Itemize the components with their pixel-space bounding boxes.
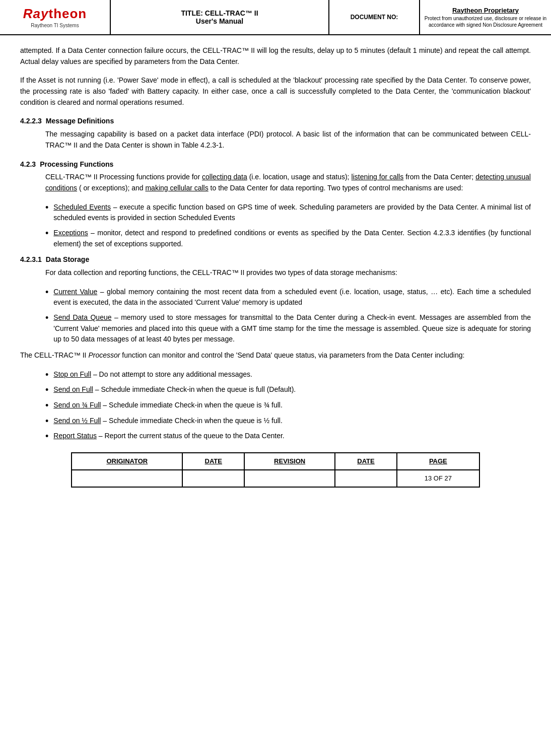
footer-date2-header: DATE: [335, 453, 397, 470]
title-line2: User's Manual: [196, 17, 243, 25]
bullet-send-on-full: • Send on Full – Schedule immediate Chec…: [45, 384, 531, 396]
docno-label: DOCUMENT NO:: [351, 14, 398, 21]
exceptions-desc: – monitor, detect and respond to predefi…: [53, 229, 531, 248]
report-status-term: Report Status: [53, 432, 97, 440]
bullet-dot-8: •: [45, 416, 48, 427]
document-title: TITLE: CELL-TRAC™ II User's Manual: [181, 9, 258, 25]
proprietary-title: Raytheon Proprietary: [452, 7, 519, 14]
bullet-send-on-half-full-text: Send on ½ Full – Schedule immediate Chec…: [53, 416, 531, 427]
paragraph-attempted: attempted. If a Data Center connection f…: [20, 45, 531, 67]
processing-bullet-list: • Scheduled Events – execute a specific …: [45, 202, 531, 250]
section-4223-body: The messaging capability is based on a p…: [45, 129, 531, 151]
processor-italic: Processor: [88, 351, 120, 359]
section-4231-title: Data Storage: [46, 254, 89, 265]
footer-revision-value: [244, 470, 335, 487]
bullet-dot-6: •: [45, 385, 48, 396]
bullet-dot-1: •: [45, 202, 48, 214]
bullet-current-value-text: Current Value – global memory containing…: [53, 287, 531, 308]
stop-on-full-term: Stop on Full: [53, 370, 91, 378]
queue-bullet-list: • Stop on Full – Do not attempt to store…: [45, 369, 531, 442]
section-423-body: CELL-TRAC™ II Processing functions provi…: [45, 172, 531, 193]
section-4223-num: 4.2.2.3: [20, 116, 42, 127]
document-number-block: DOCUMENT NO:: [329, 0, 420, 34]
bullet-dot-9: •: [45, 431, 48, 442]
document-title-block: TITLE: CELL-TRAC™ II User's Manual: [111, 0, 329, 34]
footer-date1-value: [182, 470, 244, 487]
section-423-heading: 4.2.3 Processing Functions: [20, 159, 531, 170]
raytheon-logo: Raytheon: [23, 6, 87, 22]
logo-block: Raytheon Raytheon TI Systems: [0, 0, 111, 34]
bullet-exceptions: • Exceptions – monitor, detect and respo…: [45, 228, 531, 249]
paragraph-power-save: If the Asset is not running (i.e. 'Power…: [20, 75, 531, 108]
bullet-scheduled-events: • Scheduled Events – execute a specific …: [45, 202, 531, 224]
send-data-queue-term: Send Data Queue: [53, 313, 111, 321]
bullet-send-on-3q-full: • Send on ¾ Full – Schedule immediate Ch…: [45, 400, 531, 411]
current-value-desc: – global memory containing the most rece…: [53, 288, 531, 307]
bullet-dot-3: •: [45, 287, 48, 298]
bullet-dot-2: •: [45, 228, 48, 239]
title-prefix: TITLE:: [181, 9, 203, 17]
exceptions-term: Exceptions: [53, 229, 88, 237]
footer-originator-header: ORIGINATOR: [72, 453, 182, 470]
footer-date2-value: [335, 470, 397, 487]
bullet-current-value: • Current Value – global memory containi…: [45, 287, 531, 308]
page-content: attempted. If a Data Center connection f…: [0, 35, 551, 498]
send-on-full-desc: – Schedule immediate Check-in when the q…: [93, 385, 296, 393]
bullet-report-status: • Report Status – Report the current sta…: [45, 431, 531, 442]
send-on-half-full-desc: – Schedule immediate Check-in when the q…: [101, 417, 282, 425]
section-423-num: 4.2.3: [20, 159, 36, 170]
proprietary-text: Protect from unauthorized use, disclosur…: [424, 15, 547, 28]
section-423-title: Processing Functions: [40, 159, 113, 170]
footer-revision-header: REVISION: [244, 453, 335, 470]
report-status-desc: – Report the current status of the queue…: [97, 432, 285, 440]
listening-calls-link: listening for calls: [352, 173, 404, 181]
send-data-queue-desc: – memory used to store messages for tran…: [53, 313, 531, 343]
footer-page-value: 13 OF 27: [397, 470, 479, 487]
bullet-dot-5: •: [45, 370, 48, 381]
bullet-send-data-queue-text: Send Data Queue – memory used to store m…: [53, 312, 531, 345]
scheduled-events-term: Scheduled Events: [53, 203, 111, 211]
bullet-send-on-3q-full-text: Send on ¾ Full – Schedule immediate Chec…: [53, 400, 531, 411]
bullet-scheduled-events-text: Scheduled Events – execute a specific fu…: [53, 202, 531, 224]
paragraph-processor: The CELL-TRAC™ II Processor function can…: [20, 350, 531, 361]
proprietary-block: Raytheon Proprietary Protect from unauth…: [420, 0, 551, 34]
storage-bullet-list: • Current Value – global memory containi…: [45, 287, 531, 345]
making-calls-link: making cellular calls: [145, 184, 208, 192]
bullet-dot-7: •: [45, 400, 48, 411]
bullet-send-on-full-text: Send on Full – Schedule immediate Check-…: [53, 384, 531, 395]
collecting-data-link: collecting data: [202, 173, 247, 181]
section-4231-intro: For data collection and reporting functi…: [45, 267, 531, 279]
detecting-conditions-link: detecting unusual conditions: [45, 173, 531, 192]
section-4223-title: Message Definitions: [46, 116, 114, 127]
bullet-stop-on-full: • Stop on Full – Do not attempt to store…: [45, 369, 531, 381]
current-value-term: Current Value: [53, 288, 97, 296]
bullet-send-on-half-full: • Send on ½ Full – Schedule immediate Ch…: [45, 416, 531, 427]
section-4223-heading: 4.2.2.3 Message Definitions: [20, 116, 531, 127]
scheduled-events-desc: – execute a specific function based on G…: [53, 203, 531, 222]
stop-on-full-desc: – Do not attempt to store any additional…: [91, 370, 252, 378]
bullet-report-status-text: Report Status – Report the current statu…: [53, 431, 531, 442]
footer-date1-header: DATE: [182, 453, 244, 470]
bullet-send-data-queue: • Send Data Queue – memory used to store…: [45, 312, 531, 345]
send-on-3q-full-desc: – Schedule immediate Check-in when the q…: [101, 401, 282, 409]
send-on-half-full-term: Send on ½ Full: [53, 417, 101, 425]
section-4231-num: 4.2.3.1: [20, 254, 42, 265]
send-on-full-term: Send on Full: [53, 385, 93, 393]
section-4231-heading: 4.2.3.1 Data Storage: [20, 254, 531, 265]
footer-table: ORIGINATOR DATE REVISION DATE PAGE 13 OF…: [71, 452, 479, 488]
logo-subtitle: Raytheon TI Systems: [31, 23, 79, 28]
page-header: Raytheon Raytheon TI Systems TITLE: CELL…: [0, 0, 551, 35]
bullet-dot-4: •: [45, 313, 48, 324]
bullet-exceptions-text: Exceptions – monitor, detect and respond…: [53, 228, 531, 249]
title-line1: CELL-TRAC™ II: [205, 9, 258, 17]
bullet-stop-on-full-text: Stop on Full – Do not attempt to store a…: [53, 369, 531, 380]
footer-page-header: PAGE: [397, 453, 479, 470]
footer-originator-value: [72, 470, 182, 487]
send-on-3q-full-term: Send on ¾ Full: [53, 401, 101, 409]
